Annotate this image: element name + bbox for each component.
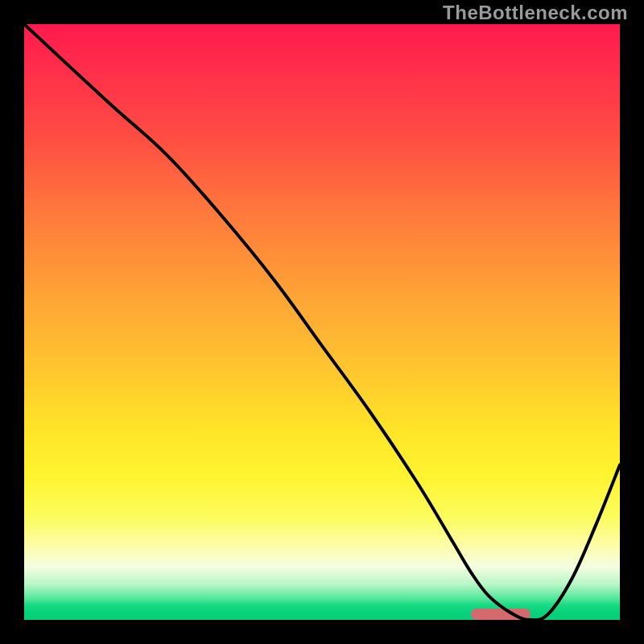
bottleneck-curve (24, 24, 620, 620)
chart-container: TheBottleneck.com (0, 0, 644, 644)
plot-area (24, 24, 620, 620)
curve-path (24, 24, 620, 620)
watermark-text: TheBottleneck.com (443, 2, 628, 24)
